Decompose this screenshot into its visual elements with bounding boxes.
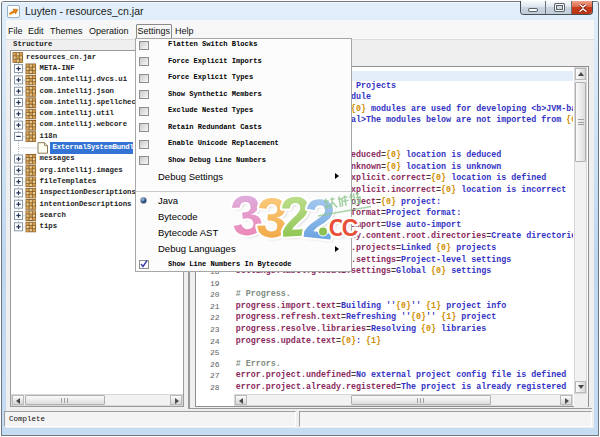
svg-text:C: C xyxy=(342,215,359,241)
